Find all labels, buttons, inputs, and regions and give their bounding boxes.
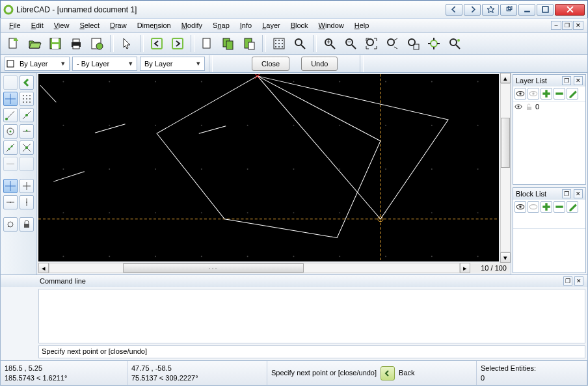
- block-showall[interactable]: [514, 201, 526, 213]
- close-action-button[interactable]: Close: [252, 57, 289, 71]
- snap-dist[interactable]: [3, 140, 18, 155]
- block-remove[interactable]: [554, 201, 565, 213]
- open-button[interactable]: [25, 35, 44, 52]
- titlebar-fwd-icon[interactable]: [464, 4, 481, 16]
- layer-showall[interactable]: [514, 88, 526, 100]
- zoom-window-button[interactable]: [404, 35, 422, 52]
- block-rename[interactable]: [567, 201, 578, 213]
- layer-remove[interactable]: [554, 88, 565, 100]
- menu-modify[interactable]: Modify: [177, 20, 207, 31]
- relzero-set[interactable]: [3, 217, 18, 232]
- snap-grid[interactable]: [20, 92, 34, 106]
- svg-point-139: [519, 92, 521, 94]
- scroll-down-icon[interactable]: ▾: [500, 252, 511, 263]
- commandline-input[interactable]: Specify next point or [close/undo]: [38, 345, 585, 358]
- menu-dimension[interactable]: Dimension: [133, 20, 176, 31]
- maximize-button[interactable]: [537, 4, 554, 16]
- svg-point-39: [367, 39, 373, 46]
- menu-snap[interactable]: Snap: [208, 20, 234, 31]
- zoom-auto-button[interactable]: [362, 35, 381, 52]
- zoom-pan-button[interactable]: [425, 35, 443, 52]
- undo-action-button[interactable]: Undo: [301, 57, 338, 71]
- copy-button[interactable]: [219, 35, 237, 52]
- menu-select[interactable]: Select: [75, 20, 104, 31]
- vscroll-thumb[interactable]: [501, 118, 510, 168]
- save-button[interactable]: [46, 35, 64, 52]
- zoom-prev-button[interactable]: [383, 35, 401, 52]
- snap-blank2[interactable]: [20, 157, 34, 171]
- snap-intersection[interactable]: [20, 140, 34, 155]
- snap-middle[interactable]: [20, 124, 34, 139]
- menu-view[interactable]: View: [49, 20, 74, 31]
- restrict-vert[interactable]: [20, 195, 34, 209]
- layer-row[interactable]: 0: [514, 103, 584, 111]
- print-preview-button[interactable]: [88, 35, 106, 52]
- grid-button[interactable]: [270, 35, 288, 52]
- width-combo[interactable]: - By Layer ▾: [72, 57, 137, 71]
- drawing-canvas[interactable]: [38, 74, 499, 261]
- zoom-sel-button[interactable]: [446, 35, 464, 52]
- svg-point-108: [62, 212, 64, 213]
- scroll-up-icon[interactable]: ▴: [500, 73, 511, 83]
- titlebar-star-icon[interactable]: [482, 4, 499, 16]
- svg-rect-20: [248, 42, 254, 49]
- menu-block[interactable]: Block: [286, 20, 313, 31]
- cut-button[interactable]: [198, 35, 217, 52]
- hscroll-thumb[interactable]: ···: [123, 263, 303, 273]
- zoom-redraw-button[interactable]: [291, 35, 309, 52]
- menu-info[interactable]: Info: [235, 20, 256, 31]
- linetype-combo[interactable]: By Layer ▾: [140, 57, 205, 71]
- dock-float-icon[interactable]: ❐: [562, 189, 571, 198]
- snap-center[interactable]: [3, 124, 18, 139]
- back-button[interactable]: [381, 366, 395, 380]
- snap-endpoint[interactable]: [3, 108, 18, 122]
- mdi-minimize[interactable]: –: [551, 21, 561, 30]
- restrict-horz[interactable]: [3, 195, 18, 209]
- svg-point-49: [23, 95, 24, 96]
- layer-add[interactable]: [541, 88, 552, 100]
- color-combo[interactable]: By Layer ▾: [5, 57, 70, 71]
- minimize-button[interactable]: [518, 4, 535, 16]
- dock-close-icon[interactable]: ✕: [574, 76, 583, 85]
- restrict-nothing[interactable]: [3, 179, 18, 193]
- svg-point-61: [10, 131, 12, 133]
- titlebar-restore2-icon[interactable]: [500, 4, 517, 16]
- dock-float-icon[interactable]: ❐: [562, 76, 571, 85]
- zoom-out-button[interactable]: −: [341, 35, 360, 52]
- scroll-left-icon[interactable]: ◂: [38, 263, 49, 273]
- menu-draw[interactable]: Draw: [105, 20, 131, 31]
- mdi-restore[interactable]: ❐: [562, 21, 572, 30]
- dock-close-icon[interactable]: ✕: [574, 276, 583, 286]
- menu-edit[interactable]: Edit: [27, 20, 48, 31]
- layer-edit[interactable]: [567, 88, 578, 100]
- layer-hideall[interactable]: [528, 88, 539, 100]
- tool-back[interactable]: [20, 75, 34, 90]
- block-hideall[interactable]: [528, 201, 539, 213]
- vertical-scrollbar[interactable]: ▴ ▾: [500, 73, 511, 263]
- menu-help[interactable]: Help: [350, 20, 374, 31]
- undo-button[interactable]: [148, 35, 166, 52]
- zoom-in-button[interactable]: +: [321, 35, 339, 52]
- tool-blank[interactable]: [3, 75, 18, 90]
- menu-file[interactable]: File: [5, 20, 25, 31]
- relzero-lock[interactable]: [20, 217, 34, 232]
- snap-free[interactable]: [3, 92, 18, 106]
- menu-layer[interactable]: Layer: [258, 20, 285, 31]
- scroll-right-icon[interactable]: ▸: [460, 263, 470, 273]
- menu-window[interactable]: Window: [314, 20, 349, 31]
- redo-button[interactable]: [168, 35, 187, 52]
- new-button[interactable]: [5, 35, 23, 52]
- restrict-ortho[interactable]: [20, 179, 34, 193]
- mdi-close[interactable]: ✕: [573, 21, 583, 30]
- pointer-button[interactable]: [118, 35, 136, 52]
- dock-close-icon[interactable]: ✕: [574, 189, 583, 198]
- paste-button[interactable]: [240, 35, 258, 52]
- close-button[interactable]: [555, 4, 585, 16]
- print-button[interactable]: [67, 35, 85, 52]
- block-add[interactable]: [541, 201, 552, 213]
- snap-coord[interactable]: [3, 157, 18, 171]
- dock-float-icon[interactable]: ❐: [563, 276, 572, 286]
- horizontal-scrollbar[interactable]: ◂ ··· ▸ 10 / 100: [38, 263, 509, 273]
- titlebar-back-icon[interactable]: [446, 4, 462, 16]
- snap-onentity[interactable]: [20, 108, 34, 122]
